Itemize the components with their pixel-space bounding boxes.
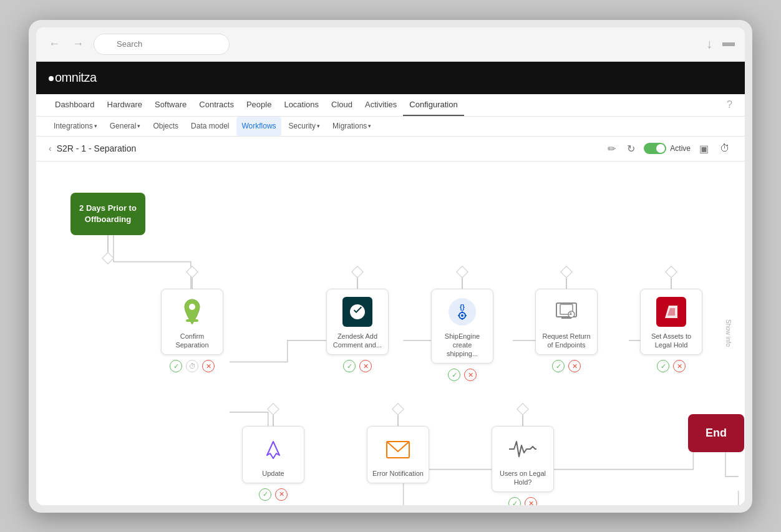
error-notification-node: Error Notification	[367, 405, 429, 492]
sub-nav-security[interactable]: Security ▾	[284, 117, 325, 136]
end-node: End	[688, 414, 744, 452]
zendesk-actions: ✓ ✕	[343, 360, 372, 372]
users-legal-hold-node: Users on Legal Hold? ✓ ✕	[492, 405, 554, 505]
history-button[interactable]: ⏱	[717, 140, 732, 157]
confirm-x-button[interactable]: ✕	[202, 360, 215, 372]
zendesk-x-button[interactable]: ✕	[359, 360, 372, 372]
confirm-separation-box[interactable]: Confirm Separation	[161, 289, 223, 355]
zendesk-label: Zendesk Add Comment and...	[332, 332, 383, 350]
confirm-top-diamond	[186, 266, 198, 278]
search-input[interactable]	[94, 34, 230, 55]
set-assets-node: Set Assets to Legal Hold ✓ ✕	[640, 268, 702, 373]
update-top-diamond	[267, 403, 279, 415]
sub-nav-datamodel[interactable]: Data model	[186, 117, 234, 136]
search-wrapper: 🔍	[94, 34, 696, 55]
nav-people[interactable]: People	[240, 94, 278, 116]
toolbar-actions: ✏ ↻ Active ▣ ⏱	[605, 140, 732, 157]
confirm-clock-button[interactable]: ⏱	[186, 360, 198, 372]
download-button[interactable]: ↓	[704, 34, 715, 54]
sub-nav-objects[interactable]: Objects	[148, 117, 183, 136]
request-x-button[interactable]: ✕	[568, 360, 581, 372]
hamburger-menu-button[interactable]	[722, 42, 735, 46]
update-x-button[interactable]: ✕	[275, 488, 288, 501]
browser-chrome: ← → 🔍 ↓	[36, 27, 745, 62]
users-x-button[interactable]: ✕	[525, 497, 537, 505]
start-label: 2 Days Prior to Offboarding	[79, 203, 137, 224]
svg-point-5	[461, 314, 463, 317]
shipengine-icon: {}	[447, 297, 477, 327]
main-nav: Dashboard Hardware Software Contracts Pe…	[36, 94, 745, 117]
active-toggle[interactable]	[644, 143, 666, 154]
sub-nav: Integrations ▾ General ▾ Objects Data mo…	[36, 117, 745, 137]
toggle-label: Active	[670, 144, 691, 153]
shipengine-x-button[interactable]: ✕	[464, 369, 477, 381]
nav-software[interactable]: Software	[148, 94, 193, 116]
request-check-button[interactable]: ✓	[552, 360, 565, 372]
confirm-separation-icon	[177, 297, 207, 327]
refresh-button[interactable]: ↻	[624, 140, 638, 157]
set-assets-x-button[interactable]: ✕	[673, 360, 686, 372]
sub-nav-general[interactable]: General ▾	[105, 117, 146, 136]
shipengine-actions: ✓ ✕	[448, 369, 477, 381]
shipengine-box[interactable]: {} ShipEngine create shipping...	[431, 289, 493, 364]
set-assets-check-button[interactable]: ✓	[657, 360, 669, 372]
users-legal-hold-label: Users on Legal Hold?	[497, 469, 548, 487]
update-check-button[interactable]: ✓	[259, 488, 271, 501]
sub-nav-integrations[interactable]: Integrations ▾	[49, 117, 102, 136]
set-assets-icon	[656, 297, 686, 327]
shipengine-top-diamond	[456, 266, 468, 278]
nav-configuration[interactable]: Configuration	[403, 94, 463, 116]
workflow-back-button[interactable]: ‹	[49, 143, 52, 153]
users-top-diamond	[517, 403, 529, 415]
confirm-check-button[interactable]: ✓	[170, 360, 182, 372]
svg-rect-1	[186, 319, 198, 322]
back-button[interactable]: ←	[46, 35, 62, 53]
error-notification-icon	[383, 434, 413, 464]
nav-hardware[interactable]: Hardware	[101, 94, 148, 116]
users-legal-hold-icon	[508, 434, 538, 464]
request-return-actions: ✓ ✕	[552, 360, 581, 372]
toggle-knob	[656, 144, 665, 153]
end-label: End	[706, 427, 727, 439]
edit-workflow-button[interactable]: ✏	[605, 140, 618, 157]
zendesk-icon	[342, 297, 372, 327]
svg-point-0	[189, 304, 195, 310]
zendesk-box[interactable]: Zendesk Add Comment and...	[326, 289, 389, 355]
request-return-label: Request Return of Endpoints	[541, 332, 592, 350]
update-icon	[258, 434, 288, 464]
layout-button[interactable]: ▣	[697, 140, 711, 157]
nav-contracts[interactable]: Contracts	[193, 94, 240, 116]
zendesk-logo	[342, 297, 372, 327]
error-notification-box[interactable]: Error Notification	[367, 426, 429, 483]
logo: omnitza	[49, 70, 97, 85]
users-check-button[interactable]: ✓	[508, 497, 521, 505]
zendesk-check-button[interactable]: ✓	[343, 360, 356, 372]
shipengine-node: {} ShipEngine create shipping... ✓ ✕	[431, 268, 493, 382]
zendesk-top-diamond	[351, 266, 364, 278]
set-assets-box[interactable]: Set Assets to Legal Hold	[640, 289, 702, 355]
end-box[interactable]: End	[688, 414, 744, 452]
request-return-box[interactable]: Request Return of Endpoints	[535, 289, 598, 355]
workflow-toolbar: ‹ S2R - 1 - Separation ✏ ↻ Active ▣ ⏱	[36, 137, 745, 162]
forward-button[interactable]: →	[70, 35, 86, 53]
help-icon[interactable]: ?	[727, 99, 732, 110]
start-box[interactable]: 2 Days Prior to Offboarding	[70, 193, 145, 235]
nav-cloud[interactable]: Cloud	[325, 94, 359, 116]
sub-nav-migrations[interactable]: Migrations ▾	[327, 117, 376, 136]
toggle-wrapper: Active	[644, 143, 691, 154]
start-node: 2 Days Prior to Offboarding	[70, 193, 145, 263]
users-legal-hold-box[interactable]: Users on Legal Hold?	[492, 426, 554, 493]
zendesk-node: Zendesk Add Comment and... ✓ ✕	[326, 268, 389, 373]
nav-dashboard[interactable]: Dashboard	[49, 94, 101, 116]
update-box[interactable]: Update	[242, 426, 304, 483]
sub-nav-workflows[interactable]: Workflows	[236, 117, 281, 136]
set-assets-label: Set Assets to Legal Hold	[646, 332, 697, 350]
top-bar: omnitza	[36, 62, 745, 94]
svg-text:{}: {}	[460, 304, 465, 311]
workflow-title: S2R - 1 - Separation	[57, 143, 606, 153]
shipengine-check-button[interactable]: ✓	[448, 369, 460, 381]
show-info-label[interactable]: Show info	[725, 319, 732, 347]
nav-activities[interactable]: Activities	[359, 94, 403, 116]
nav-locations[interactable]: Locations	[278, 94, 325, 116]
canvas-area[interactable]: 2 Days Prior to Offboarding	[36, 162, 745, 505]
